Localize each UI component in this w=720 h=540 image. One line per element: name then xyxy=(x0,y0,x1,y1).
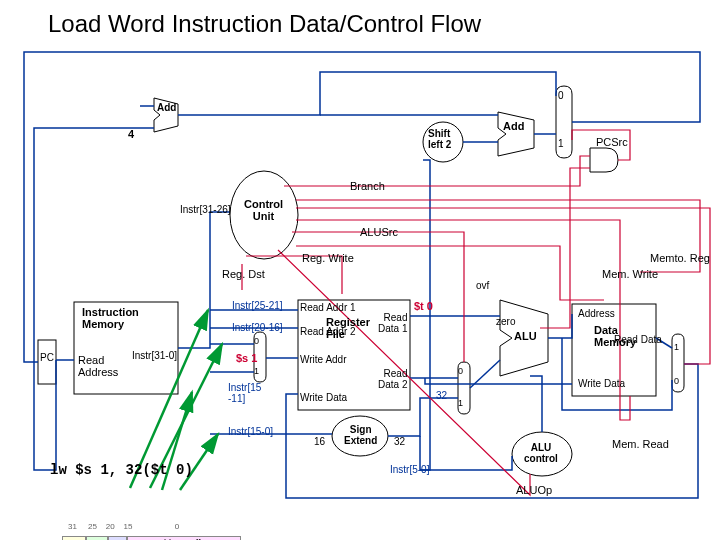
instr3126: Instr[31-26] xyxy=(180,204,231,215)
rf-ra1: Read Addr 1 xyxy=(300,302,356,313)
control-unit: ControlUnit xyxy=(244,198,283,222)
alu-zero: zero xyxy=(496,316,515,327)
sig-aluop: ALUOp xyxy=(516,484,552,496)
muxmem-0: 0 xyxy=(674,376,679,386)
aluctrl: ALUcontrol xyxy=(524,442,558,464)
diagram-title: Load Word Instruction Data/Control Flow xyxy=(48,10,481,38)
rf-wd: Write Data xyxy=(300,392,347,403)
f50: Instr[5-0] xyxy=(390,464,429,475)
muxmem-1: 1 xyxy=(674,342,679,352)
const-4: 4 xyxy=(128,128,134,140)
rf-val-t0: $t 0 xyxy=(414,300,433,312)
f1511: Instr[15-11] xyxy=(228,382,261,404)
se-out: 32 xyxy=(394,436,405,447)
alu-ovf: ovf xyxy=(476,280,489,291)
sig-branch: Branch xyxy=(350,180,385,192)
muxrd-1: 1 xyxy=(254,366,259,376)
imem-read-addr: ReadAddress xyxy=(78,354,118,378)
se-in: 16 xyxy=(314,436,325,447)
rf-rd2: ReadData 2 xyxy=(378,368,407,390)
sig-pcsrc: PCSrc xyxy=(596,136,628,148)
const32: 32 xyxy=(436,390,447,401)
pc-label: PC xyxy=(40,352,54,363)
muxrd-0: 0 xyxy=(254,336,259,346)
sig-memtoreg: Memto. Reg xyxy=(650,252,710,264)
muxalu-1: 1 xyxy=(458,398,463,408)
instruction-text: lw $s 1, 32($t 0) xyxy=(50,462,193,478)
f2016: Instr[20-16] xyxy=(232,322,283,333)
dmem-rd: Read Data xyxy=(614,334,662,345)
sig-memread: Mem. Read xyxy=(612,438,669,450)
dmem-wd: Write Data xyxy=(578,378,625,389)
rf-rd1: ReadData 1 xyxy=(378,312,407,334)
imem-out: Instr[31-0] xyxy=(132,350,177,361)
add-branch: Add xyxy=(503,120,524,132)
f2521: Instr[25-21] xyxy=(232,300,283,311)
rf-wa: Write Addr xyxy=(300,354,347,365)
muxalu-0: 0 xyxy=(458,366,463,376)
dmem-addr: Address xyxy=(578,308,615,319)
alu-name: ALU xyxy=(514,330,537,342)
sig-alusrc: ALUSrc xyxy=(360,226,398,238)
muxpc-1: 1 xyxy=(558,138,564,149)
sig-regwrite: Reg. Write xyxy=(302,252,354,264)
sig-regdst: Reg. Dst xyxy=(222,268,265,280)
add-pc4: Add xyxy=(157,102,176,113)
imem-name: InstructionMemory xyxy=(82,306,139,330)
rf-ra2: Read Addr 2 xyxy=(300,326,356,337)
f150: Instr[15-0] xyxy=(228,426,273,437)
rf-val-s1: $s 1 xyxy=(236,352,257,364)
signext: SignExtend xyxy=(344,424,377,446)
muxpc-0: 0 xyxy=(558,90,564,101)
sig-memwrite: Mem. Write xyxy=(602,268,658,280)
shl2: Shiftleft 2 xyxy=(428,128,451,150)
